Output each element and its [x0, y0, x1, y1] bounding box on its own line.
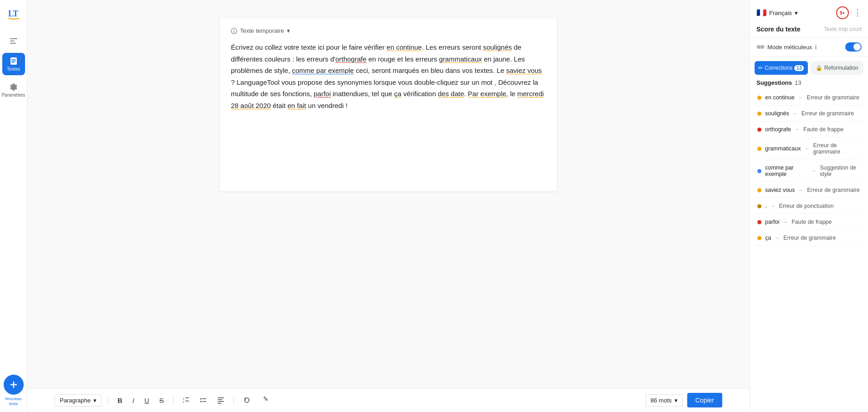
svg-rect-7: [11, 61, 16, 62]
sidebar-bottom: Nouveautexte: [4, 375, 24, 407]
suggestion-word-7: parfoi: [765, 219, 779, 225]
divider-2: [173, 396, 174, 405]
score-section: Score du texte Texte trop court: [750, 19, 868, 38]
unordered-list-button[interactable]: [197, 395, 210, 406]
sidebar-item-parametres[interactable]: Paramètres: [2, 79, 25, 101]
score-row: Score du texte Texte trop court: [756, 26, 862, 33]
dot-2: [757, 128, 761, 132]
suggestion-word-2: orthografe: [765, 126, 791, 133]
dot-6: [757, 204, 761, 208]
suggestions-label: Suggestions: [756, 79, 792, 86]
suggestion-type-5: Erreur de grammaire: [807, 187, 859, 193]
svg-point-19: [200, 401, 201, 402]
svg-rect-14: [185, 397, 189, 398]
sidebar-item-textes[interactable]: Textes: [2, 53, 25, 75]
error-saviez-vous[interactable]: saviez vous: [506, 67, 541, 74]
editor-card: Texte temporaire ▾ Écrivez ou collez vot…: [220, 18, 557, 191]
error-des-date[interactable]: des date: [438, 90, 464, 98]
svg-rect-3: [10, 41, 15, 41]
svg-rect-2: [10, 38, 17, 39]
dot-0: [757, 96, 761, 100]
word-count-label: 86 mots: [651, 397, 672, 404]
svg-rect-24: [218, 403, 221, 404]
suggestion-type-0: Erreur de grammaire: [807, 94, 859, 101]
sidebar-item-textes-label: Textes: [7, 67, 20, 72]
undo-button[interactable]: [240, 395, 253, 406]
redo-button[interactable]: [258, 395, 271, 406]
suggestion-item-0[interactable]: en continue – Erreur de grammaire: [755, 90, 863, 106]
suggestion-sep-1: –: [794, 110, 797, 117]
strikethrough-button[interactable]: S: [157, 395, 167, 406]
suggestion-item-5[interactable]: saviez vous – Erreur de grammaire: [755, 182, 863, 198]
suggestion-word-3: grammaticaux: [765, 145, 801, 152]
svg-rect-6: [11, 59, 16, 60]
align-button[interactable]: [214, 395, 227, 406]
right-panel: 🇫🇷 Français ▾ 9+ ⋮ Score du texte Texte …: [750, 0, 868, 412]
suggestion-item-4[interactable]: comme par exemple – Suggestion de style: [755, 160, 863, 182]
toggle-knob: [853, 43, 861, 51]
suggestion-item-3[interactable]: grammaticaux – Erreur de grammaire: [755, 138, 863, 160]
suggestion-word-6: .: [765, 203, 766, 209]
dot-7: [757, 220, 761, 224]
error-en-continue[interactable]: en continue: [387, 43, 422, 51]
svg-rect-18: [202, 398, 206, 399]
mode-row: Mode méticuleux ℹ: [750, 38, 868, 57]
toolbar: Paragraphe ▾ B I U S 1. 2.: [27, 388, 750, 412]
error-comme-par-exemple[interactable]: comme par exemple: [292, 67, 354, 74]
underline-button[interactable]: U: [142, 395, 152, 406]
tab-reformulation[interactable]: 🔒 Reformulation: [811, 61, 864, 75]
word-count-select[interactable]: 86 mots ▾: [646, 394, 683, 407]
suggestion-item-7[interactable]: parfoi – Faute de frappe: [755, 214, 863, 230]
error-parfoi[interactable]: parfoi: [314, 90, 331, 98]
notification-icon[interactable]: 9+: [836, 6, 849, 19]
error-soulignes[interactable]: soulignés: [483, 43, 512, 51]
suggestion-sep-5: –: [799, 187, 802, 193]
italic-button[interactable]: I: [130, 395, 137, 406]
suggestion-sep-2: –: [796, 126, 799, 133]
suggestion-item-1[interactable]: soulignés – Erreur de grammaire: [755, 106, 863, 122]
suggestion-item-6[interactable]: . – Erreur de ponctuation: [755, 198, 863, 214]
error-par-exemple[interactable]: Par exemple: [468, 90, 506, 98]
svg-text:1.: 1.: [183, 397, 185, 400]
error-dot[interactable]: .: [495, 78, 496, 86]
svg-text:9+: 9+: [840, 10, 845, 15]
dot-8: [757, 236, 761, 240]
main-area: Texte temporaire ▾ Écrivez ou collez vot…: [27, 0, 750, 412]
ordered-list-button[interactable]: 1. 2.: [180, 395, 193, 406]
bold-button[interactable]: B: [115, 395, 125, 406]
svg-rect-20: [202, 401, 206, 402]
tab-corrections[interactable]: ✏ Corrections 13: [755, 61, 808, 75]
svg-text:LT: LT: [8, 9, 18, 18]
error-ca[interactable]: ça: [394, 90, 402, 98]
corrections-icon: ✏: [758, 65, 763, 71]
suggestion-item-2[interactable]: orthografe – Faute de frappe: [755, 122, 863, 138]
suggestion-item-8[interactable]: ça – Erreur de grammaire: [755, 230, 863, 246]
copy-button[interactable]: Copier: [687, 393, 722, 407]
notification-wrap: 9+: [836, 6, 849, 19]
editor-text[interactable]: Écrivez ou collez votre texte ici pour l…: [231, 41, 546, 111]
lang-flag: 🇫🇷: [756, 8, 766, 18]
panel-toggle-icon[interactable]: [5, 33, 22, 49]
svg-text:2.: 2.: [183, 401, 185, 403]
svg-point-17: [200, 398, 201, 400]
mode-toggle[interactable]: [845, 42, 862, 52]
text-label-bar[interactable]: Texte temporaire ▾: [231, 27, 546, 34]
suggestion-type-3: Erreur de grammaire: [813, 142, 861, 155]
error-en-fait[interactable]: en fait: [287, 102, 306, 109]
suggestion-word-8: ça: [765, 235, 771, 241]
error-grammaticaux[interactable]: grammaticaux: [439, 55, 482, 63]
error-orthografe[interactable]: orthografe: [335, 55, 366, 63]
panel-menu-icon[interactable]: ⋮: [853, 8, 862, 18]
language-selector[interactable]: 🇫🇷 Français ▾: [756, 8, 798, 18]
suggestion-sep-7: –: [784, 219, 787, 225]
svg-point-12: [234, 29, 234, 30]
svg-rect-8: [11, 62, 15, 63]
suggestion-sep-4: –: [812, 168, 815, 174]
paragraph-select[interactable]: Paragraphe ▾: [55, 394, 102, 407]
new-text-label: Nouveautexte: [5, 397, 21, 407]
logo: LT: [5, 5, 22, 22]
suggestion-type-8: Erreur de grammaire: [783, 235, 836, 241]
new-text-button[interactable]: [4, 375, 24, 395]
mode-info-icon[interactable]: ℹ: [815, 44, 817, 51]
right-panel-header: 🇫🇷 Français ▾ 9+ ⋮: [750, 0, 868, 19]
